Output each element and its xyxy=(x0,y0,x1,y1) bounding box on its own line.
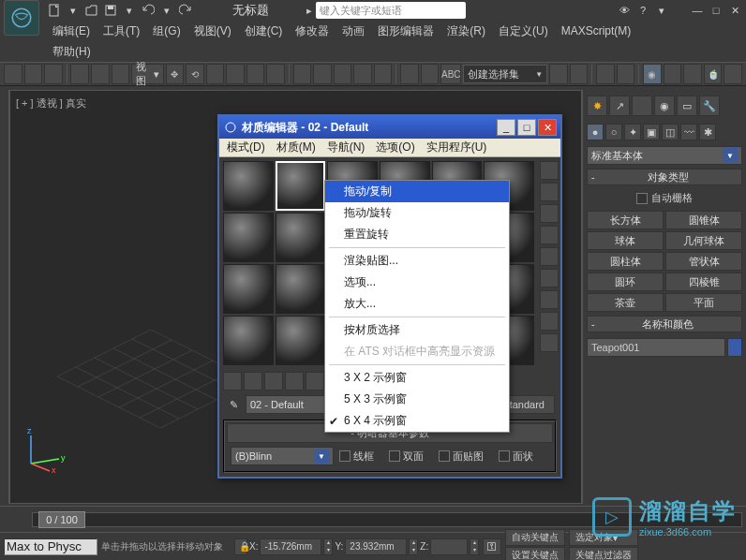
y-spinner[interactable]: ▴▾ xyxy=(409,538,418,555)
unlink-icon[interactable] xyxy=(24,64,43,84)
menu-maxscript[interactable]: MAXScript(M) xyxy=(556,22,637,39)
open-file-icon[interactable] xyxy=(83,2,100,19)
dlg-menu-material[interactable]: 材质(M) xyxy=(273,140,320,155)
save-icon[interactable] xyxy=(102,2,119,19)
rollout-name-color[interactable]: -名称和颜色 xyxy=(587,316,742,332)
eyedropper-icon[interactable]: ✎ xyxy=(225,396,242,413)
material-swatch[interactable] xyxy=(223,213,274,262)
systems-cat-icon[interactable]: ✱ xyxy=(699,124,716,140)
options-icon[interactable] xyxy=(540,290,559,309)
app-logo[interactable] xyxy=(4,0,39,36)
assign-to-sel-icon[interactable] xyxy=(264,372,283,391)
helpers-cat-icon[interactable]: ◫ xyxy=(662,124,679,140)
video-check-icon[interactable] xyxy=(540,247,559,266)
abc-icon[interactable]: ABC xyxy=(440,64,461,84)
select-name-icon[interactable] xyxy=(91,64,110,84)
menu-grapheditor[interactable]: 图形编辑器 xyxy=(372,22,440,41)
preview-icon[interactable] xyxy=(540,269,559,287)
material-swatch[interactable] xyxy=(276,213,326,262)
material-swatch[interactable] xyxy=(276,316,326,365)
btn-tube[interactable]: 管状体 xyxy=(665,252,742,271)
dialog-titlebar[interactable]: 材质编辑器 - 02 - Default _ □ ✕ xyxy=(219,116,560,139)
dialog-maximize-icon[interactable]: □ xyxy=(517,119,536,136)
center-icon[interactable] xyxy=(246,64,265,84)
context-menu-item[interactable]: 拖动/复制 xyxy=(325,181,509,202)
dlg-menu-options[interactable]: 选项(O) xyxy=(372,140,418,155)
select-link-icon[interactable] xyxy=(4,64,22,84)
material-editor-icon[interactable]: ◉ xyxy=(643,64,662,84)
material-map-nav-icon[interactable] xyxy=(540,333,559,352)
material-swatch[interactable] xyxy=(223,161,274,211)
dlg-menu-utils[interactable]: 实用程序(U) xyxy=(423,140,491,155)
menu-tools[interactable]: 工具(T) xyxy=(97,22,145,41)
autogrid-checkbox[interactable] xyxy=(636,193,648,204)
selection-set-dropdown[interactable]: 创建选择集▼ xyxy=(463,65,547,83)
hierarchy-tab-icon[interactable] xyxy=(632,96,652,116)
undo-icon[interactable] xyxy=(140,2,157,19)
context-menu-item[interactable]: 渲染贴图... xyxy=(325,250,509,272)
select-icon[interactable] xyxy=(70,64,89,84)
chevron-down-icon[interactable]: ▾ xyxy=(65,2,82,19)
render-frame-icon[interactable] xyxy=(683,64,702,84)
lock-icon[interactable]: 🔒 xyxy=(234,538,247,555)
setkey-button[interactable]: 设置关键点 xyxy=(505,547,565,560)
space-warps-cat-icon[interactable]: 〰 xyxy=(680,124,697,140)
display-tab-icon[interactable]: ▭ xyxy=(677,96,697,116)
btn-geosphere[interactable]: 几何球体 xyxy=(665,231,742,250)
curve-editor-icon[interactable] xyxy=(596,64,615,84)
refsys-icon[interactable] xyxy=(226,64,245,84)
lights-cat-icon[interactable]: ✦ xyxy=(624,124,641,140)
context-menu-item[interactable]: 5 X 3 示例窗 xyxy=(325,389,509,410)
snap5-icon[interactable] xyxy=(374,64,393,84)
menu-render[interactable]: 渲染(R) xyxy=(441,22,491,41)
menu-animation[interactable]: 动画 xyxy=(336,22,370,41)
create-tab-icon[interactable]: ✸ xyxy=(587,96,607,116)
move-icon[interactable]: ✥ xyxy=(166,64,185,84)
render-icon[interactable]: 🍵 xyxy=(704,64,723,84)
menu-view[interactable]: 视图(V) xyxy=(188,22,237,41)
object-name-input[interactable] xyxy=(587,338,725,357)
wireframe-checkbox[interactable] xyxy=(339,450,351,462)
sample-uv-icon[interactable] xyxy=(540,226,559,244)
snap-icon[interactable] xyxy=(293,64,312,84)
new-file-icon[interactable] xyxy=(46,2,63,19)
autokey-button[interactable]: 自动关键点 xyxy=(505,529,565,546)
maximize-icon[interactable]: □ xyxy=(709,4,724,17)
menu-group[interactable]: 组(G) xyxy=(147,22,186,41)
z-spinner[interactable]: ▴▾ xyxy=(470,538,479,555)
twosided-checkbox[interactable] xyxy=(389,450,400,462)
geometry-cat-icon[interactable]: ● xyxy=(587,124,604,140)
manip-icon[interactable] xyxy=(266,64,285,84)
context-menu-item[interactable]: 放大... xyxy=(325,293,509,315)
reset-map-icon[interactable] xyxy=(285,372,304,391)
time-slider-handle[interactable]: 0 / 100 xyxy=(38,511,85,528)
menu-create[interactable]: 创建(C) xyxy=(239,22,289,41)
btn-pyramid[interactable]: 四棱锥 xyxy=(665,273,742,291)
key-icon[interactable]: ⚿ xyxy=(483,538,501,555)
binoculars-icon[interactable]: 👁 xyxy=(616,2,633,19)
material-swatch[interactable] xyxy=(276,161,326,211)
close-icon[interactable]: ✕ xyxy=(727,4,742,17)
script-listener-input[interactable] xyxy=(4,538,97,555)
redo-icon[interactable] xyxy=(177,2,194,19)
help-icon[interactable]: ? xyxy=(634,2,651,19)
cameras-cat-icon[interactable]: ▣ xyxy=(643,124,660,140)
btn-torus[interactable]: 圆环 xyxy=(587,273,664,291)
view-dropdown[interactable]: 视图 ▾ xyxy=(131,64,164,84)
bind-icon[interactable] xyxy=(44,64,63,84)
context-menu-item[interactable]: 3 X 2 示例窗 xyxy=(325,367,509,389)
object-color-swatch[interactable] xyxy=(727,338,742,357)
menu-edit[interactable]: 编辑(E) xyxy=(47,22,96,41)
btn-teapot[interactable]: 茶壶 xyxy=(587,293,664,312)
search-input[interactable]: 键入关键字或短语 xyxy=(316,2,466,19)
x-spinner[interactable]: ▴▾ xyxy=(323,538,333,555)
snap3-icon[interactable] xyxy=(334,64,352,84)
menu-customize[interactable]: 自定义(U) xyxy=(493,22,554,41)
select-by-mat-icon[interactable] xyxy=(540,312,559,331)
material-swatch[interactable] xyxy=(223,264,274,314)
material-swatch[interactable] xyxy=(276,264,326,314)
minimize-icon[interactable]: — xyxy=(690,4,705,17)
y-coord-field[interactable]: 23.932mm xyxy=(345,538,407,555)
background-icon[interactable] xyxy=(540,204,559,223)
rollout-object-type[interactable]: -对象类型 xyxy=(587,169,742,185)
